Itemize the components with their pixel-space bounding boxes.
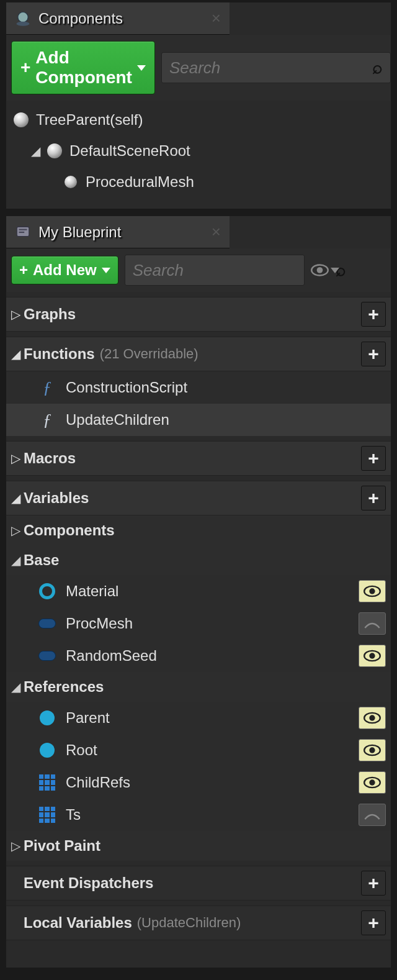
local-variables-subtitle: (UpdateChildren) bbox=[137, 915, 241, 931]
add-graph-button[interactable]: + bbox=[361, 302, 386, 327]
blueprint-search[interactable]: ⌕ bbox=[125, 255, 305, 286]
blueprint-tab-title: My Blueprint bbox=[38, 224, 121, 241]
svg-point-10 bbox=[369, 653, 375, 658]
add-local-var-button[interactable]: + bbox=[361, 910, 386, 935]
var-cat-pivot-paint[interactable]: ▷ Pivot Paint bbox=[6, 831, 391, 861]
function-update-children[interactable]: ƒ UpdateChildren bbox=[6, 404, 391, 436]
add-dispatcher-button[interactable]: + bbox=[361, 871, 386, 896]
section-functions[interactable]: ◢ Functions (21 Overridable) + bbox=[6, 337, 391, 371]
section-macros[interactable]: ▷ Macros + bbox=[6, 441, 391, 476]
var-parent[interactable]: Parent bbox=[6, 702, 391, 734]
blueprint-icon bbox=[14, 223, 32, 242]
close-icon[interactable]: × bbox=[212, 222, 221, 242]
search-icon: ⌕ bbox=[372, 58, 383, 78]
svg-point-1 bbox=[17, 21, 30, 25]
expand-icon[interactable]: ◢ bbox=[11, 491, 24, 506]
var-material[interactable]: Material bbox=[6, 575, 391, 607]
close-icon[interactable]: × bbox=[212, 9, 221, 28]
function-icon: ƒ bbox=[37, 410, 57, 430]
section-variables[interactable]: ◢ Variables + bbox=[6, 481, 391, 515]
var-cat-references[interactable]: ◢ References bbox=[6, 672, 391, 702]
svg-point-14 bbox=[369, 747, 375, 753]
expand-icon[interactable]: ▷ bbox=[11, 451, 24, 466]
var-cat-base[interactable]: ◢ Base bbox=[6, 545, 391, 575]
blueprint-search-input[interactable] bbox=[133, 261, 336, 280]
visibility-toggle[interactable] bbox=[359, 580, 386, 602]
svg-point-0 bbox=[18, 12, 28, 22]
visibility-toggle[interactable] bbox=[359, 771, 386, 794]
object-var-icon bbox=[37, 646, 57, 666]
local-variables-title: Local Variables bbox=[24, 914, 132, 932]
components-toolbar: + Add Component ⌕ bbox=[6, 35, 391, 101]
chevron-down-icon bbox=[331, 268, 339, 273]
add-variable-button[interactable]: + bbox=[361, 486, 386, 510]
expand-icon[interactable]: ▷ bbox=[11, 838, 24, 853]
visibility-toggle[interactable] bbox=[359, 645, 386, 667]
var-childrefs[interactable]: ChildRefs bbox=[6, 766, 391, 799]
scene-component-icon bbox=[46, 142, 63, 160]
var-procmesh[interactable]: ProcMesh bbox=[6, 607, 391, 640]
add-macro-button[interactable]: + bbox=[361, 446, 386, 471]
expand-icon[interactable]: ◢ bbox=[11, 347, 24, 361]
view-options-button[interactable] bbox=[311, 263, 339, 277]
update-children-label: UpdateChildren bbox=[66, 411, 386, 429]
function-icon: ƒ bbox=[37, 378, 57, 397]
add-function-button[interactable]: + bbox=[361, 342, 386, 366]
root-label: Root bbox=[66, 742, 350, 759]
var-root[interactable]: Root bbox=[6, 734, 391, 766]
chevron-down-icon bbox=[137, 65, 146, 71]
svg-point-6 bbox=[316, 267, 323, 273]
visibility-toggle[interactable] bbox=[359, 612, 386, 635]
cat-base-label: Base bbox=[24, 551, 59, 569]
expand-icon[interactable]: ◢ bbox=[11, 679, 24, 694]
tree-root-label: TreeParent(self) bbox=[36, 111, 143, 129]
graphs-title: Graphs bbox=[24, 306, 76, 323]
cat-components-label: Components bbox=[24, 522, 115, 539]
functions-title: Functions bbox=[24, 345, 95, 363]
object-var-icon bbox=[37, 614, 57, 633]
actor-icon bbox=[12, 111, 30, 129]
section-graphs[interactable]: ▷ Graphs + bbox=[6, 297, 391, 332]
cat-pivotpaint-label: Pivot Paint bbox=[24, 837, 100, 855]
procmesh-var-label: ProcMesh bbox=[66, 615, 350, 632]
var-ts[interactable]: Ts bbox=[6, 799, 391, 831]
section-local-variables[interactable]: ▷ Local Variables (UpdateChildren) + bbox=[6, 905, 391, 940]
function-construction-script[interactable]: ƒ ConstructionScript bbox=[6, 371, 391, 404]
parent-label: Parent bbox=[66, 709, 350, 727]
add-new-label: Add New bbox=[33, 261, 97, 279]
components-tab[interactable]: Components × bbox=[6, 2, 230, 35]
visibility-toggle[interactable] bbox=[359, 707, 386, 729]
chevron-down-icon bbox=[102, 268, 110, 273]
section-event-dispatchers[interactable]: ▷ Event Dispatchers + bbox=[6, 866, 391, 901]
visibility-toggle[interactable] bbox=[359, 804, 386, 826]
expand-icon[interactable]: ◢ bbox=[11, 553, 24, 568]
ts-label: Ts bbox=[66, 806, 350, 823]
var-cat-components[interactable]: ▷ Components bbox=[6, 515, 391, 545]
plus-icon: + bbox=[19, 261, 28, 279]
array-var-icon bbox=[37, 773, 57, 792]
add-component-button[interactable]: + Add Component bbox=[11, 41, 155, 94]
expand-icon[interactable]: ▷ bbox=[11, 523, 24, 538]
array-var-icon bbox=[37, 805, 57, 825]
construction-script-label: ConstructionScript bbox=[66, 379, 386, 396]
components-tree: TreeParent(self) ◢ DefaultSceneRoot Proc… bbox=[6, 101, 391, 209]
eye-icon bbox=[311, 263, 329, 277]
add-new-button[interactable]: + Add New bbox=[11, 256, 118, 284]
macros-title: Macros bbox=[24, 450, 76, 467]
svg-point-12 bbox=[369, 715, 375, 720]
var-randomseed[interactable]: RandomSeed bbox=[6, 640, 391, 672]
components-tab-title: Components bbox=[38, 10, 123, 27]
randomseed-label: RandomSeed bbox=[66, 647, 350, 665]
components-search[interactable]: ⌕ bbox=[161, 52, 391, 83]
tree-default-scene-root[interactable]: ◢ DefaultSceneRoot bbox=[6, 135, 391, 166]
components-search-input[interactable] bbox=[169, 58, 372, 78]
svg-rect-3 bbox=[19, 229, 27, 230]
tree-procedural-mesh[interactable]: ProceduralMesh bbox=[6, 166, 391, 197]
add-component-label: Add Component bbox=[35, 48, 132, 88]
expand-icon[interactable]: ▷ bbox=[11, 307, 24, 322]
tree-root-self[interactable]: TreeParent(self) bbox=[6, 104, 391, 135]
expand-icon[interactable]: ◢ bbox=[31, 143, 40, 158]
visibility-toggle[interactable] bbox=[359, 739, 386, 761]
scene-component-icon bbox=[62, 173, 79, 191]
myblueprint-tab[interactable]: My Blueprint × bbox=[6, 216, 230, 248]
